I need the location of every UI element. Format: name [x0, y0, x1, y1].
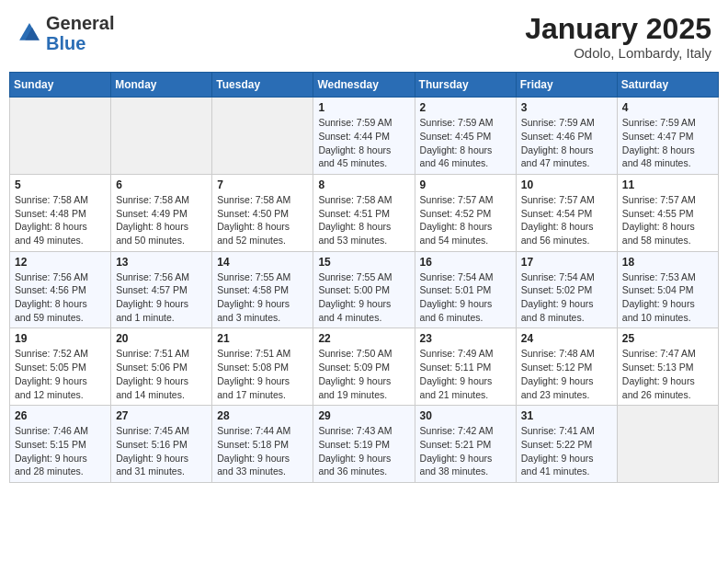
calendar-cell: 22Sunrise: 7:50 AMSunset: 5:09 PMDayligh… [313, 328, 415, 406]
day-number: 20 [116, 332, 207, 345]
calendar-cell: 11Sunrise: 7:57 AMSunset: 4:55 PMDayligh… [617, 174, 718, 251]
day-info: Sunrise: 7:53 AMSunset: 5:04 PMDaylight:… [622, 270, 713, 325]
weekday-header-friday: Friday [516, 73, 617, 98]
day-info: Sunrise: 7:58 AMSunset: 4:48 PMDaylight:… [15, 193, 106, 247]
calendar-cell: 14Sunrise: 7:55 AMSunset: 4:58 PMDayligh… [212, 251, 313, 328]
calendar-cell: 27Sunrise: 7:45 AMSunset: 5:16 PMDayligh… [111, 406, 212, 483]
day-info: Sunrise: 7:55 AMSunset: 4:58 PMDaylight:… [217, 270, 308, 325]
day-info: Sunrise: 7:47 AMSunset: 5:13 PMDaylight:… [622, 347, 713, 401]
calendar-week-row: 12Sunrise: 7:56 AMSunset: 4:56 PMDayligh… [10, 251, 719, 328]
day-number: 5 [15, 178, 106, 191]
day-number: 13 [116, 256, 207, 269]
calendar-cell: 29Sunrise: 7:43 AMSunset: 5:19 PMDayligh… [313, 406, 415, 483]
day-info: Sunrise: 7:51 AMSunset: 5:08 PMDaylight:… [217, 347, 308, 401]
day-info: Sunrise: 7:55 AMSunset: 5:00 PMDaylight:… [318, 270, 409, 325]
calendar-cell: 24Sunrise: 7:48 AMSunset: 5:12 PMDayligh… [516, 328, 617, 406]
calendar-cell: 9Sunrise: 7:57 AMSunset: 4:52 PMDaylight… [415, 174, 516, 251]
day-number: 9 [420, 178, 511, 191]
weekday-header-wednesday: Wednesday [313, 73, 415, 98]
weekday-header-saturday: Saturday [617, 73, 718, 98]
calendar-cell [111, 98, 212, 175]
calendar-cell: 6Sunrise: 7:58 AMSunset: 4:49 PMDaylight… [111, 174, 212, 251]
day-info: Sunrise: 7:46 AMSunset: 5:15 PMDaylight:… [15, 424, 106, 478]
page-header: General Blue January 2025 Odolo, Lombard… [9, 9, 719, 64]
calendar-cell: 12Sunrise: 7:56 AMSunset: 4:56 PMDayligh… [10, 251, 111, 328]
calendar-cell: 20Sunrise: 7:51 AMSunset: 5:06 PMDayligh… [111, 328, 212, 406]
day-number: 31 [521, 409, 612, 422]
logo-general-text: General [46, 13, 114, 33]
day-info: Sunrise: 7:49 AMSunset: 5:11 PMDaylight:… [420, 347, 511, 401]
day-info: Sunrise: 7:58 AMSunset: 4:49 PMDaylight:… [116, 193, 207, 247]
location: Odolo, Lombardy, Italy [525, 45, 711, 61]
calendar-week-row: 1Sunrise: 7:59 AMSunset: 4:44 PMDaylight… [10, 98, 719, 175]
calendar-cell: 25Sunrise: 7:47 AMSunset: 5:13 PMDayligh… [617, 328, 718, 406]
day-info: Sunrise: 7:56 AMSunset: 4:57 PMDaylight:… [116, 270, 207, 325]
day-number: 22 [318, 332, 409, 345]
calendar-week-row: 19Sunrise: 7:52 AMSunset: 5:05 PMDayligh… [10, 328, 719, 406]
calendar-cell: 16Sunrise: 7:54 AMSunset: 5:01 PMDayligh… [415, 251, 516, 328]
day-number: 15 [318, 256, 409, 269]
day-info: Sunrise: 7:52 AMSunset: 5:05 PMDaylight:… [15, 347, 106, 401]
calendar-cell: 17Sunrise: 7:54 AMSunset: 5:02 PMDayligh… [516, 251, 617, 328]
day-info: Sunrise: 7:54 AMSunset: 5:02 PMDaylight:… [521, 270, 612, 325]
day-number: 19 [15, 332, 106, 345]
day-number: 18 [622, 256, 713, 269]
day-info: Sunrise: 7:41 AMSunset: 5:22 PMDaylight:… [521, 424, 612, 478]
calendar-cell: 1Sunrise: 7:59 AMSunset: 4:44 PMDaylight… [313, 98, 415, 175]
day-info: Sunrise: 7:59 AMSunset: 4:45 PMDaylight:… [420, 116, 511, 170]
calendar-cell: 28Sunrise: 7:44 AMSunset: 5:18 PMDayligh… [212, 406, 313, 483]
day-number: 4 [622, 101, 713, 114]
calendar-cell [10, 98, 111, 175]
month-title: January 2025 [525, 13, 711, 45]
day-info: Sunrise: 7:59 AMSunset: 4:47 PMDaylight:… [622, 116, 713, 170]
day-info: Sunrise: 7:57 AMSunset: 4:55 PMDaylight:… [622, 193, 713, 247]
day-number: 12 [15, 256, 106, 269]
calendar-week-row: 5Sunrise: 7:58 AMSunset: 4:48 PMDaylight… [10, 174, 719, 251]
calendar-cell: 23Sunrise: 7:49 AMSunset: 5:11 PMDayligh… [415, 328, 516, 406]
day-number: 2 [420, 101, 511, 114]
weekday-header-tuesday: Tuesday [212, 73, 313, 98]
day-info: Sunrise: 7:59 AMSunset: 4:46 PMDaylight:… [521, 116, 612, 170]
day-info: Sunrise: 7:50 AMSunset: 5:09 PMDaylight:… [318, 347, 409, 401]
calendar-cell: 13Sunrise: 7:56 AMSunset: 4:57 PMDayligh… [111, 251, 212, 328]
calendar-cell: 30Sunrise: 7:42 AMSunset: 5:21 PMDayligh… [415, 406, 516, 483]
day-info: Sunrise: 7:57 AMSunset: 4:54 PMDaylight:… [521, 193, 612, 247]
calendar-cell: 21Sunrise: 7:51 AMSunset: 5:08 PMDayligh… [212, 328, 313, 406]
day-number: 16 [420, 256, 511, 269]
day-number: 1 [318, 101, 409, 114]
weekday-header-sunday: Sunday [10, 73, 111, 98]
calendar-cell: 5Sunrise: 7:58 AMSunset: 4:48 PMDaylight… [10, 174, 111, 251]
day-number: 23 [420, 332, 511, 345]
day-info: Sunrise: 7:57 AMSunset: 4:52 PMDaylight:… [420, 193, 511, 247]
day-info: Sunrise: 7:58 AMSunset: 4:51 PMDaylight:… [318, 193, 409, 247]
calendar-cell: 19Sunrise: 7:52 AMSunset: 5:05 PMDayligh… [10, 328, 111, 406]
calendar-cell: 31Sunrise: 7:41 AMSunset: 5:22 PMDayligh… [516, 406, 617, 483]
calendar-week-row: 26Sunrise: 7:46 AMSunset: 5:15 PMDayligh… [10, 406, 719, 483]
day-number: 28 [217, 409, 308, 422]
day-info: Sunrise: 7:59 AMSunset: 4:44 PMDaylight:… [318, 116, 409, 170]
calendar-cell: 26Sunrise: 7:46 AMSunset: 5:15 PMDayligh… [10, 406, 111, 483]
logo-icon [17, 20, 42, 46]
calendar-cell: 18Sunrise: 7:53 AMSunset: 5:04 PMDayligh… [617, 251, 718, 328]
day-number: 29 [318, 409, 409, 422]
calendar-cell: 3Sunrise: 7:59 AMSunset: 4:46 PMDaylight… [516, 98, 617, 175]
day-number: 11 [622, 178, 713, 191]
day-number: 14 [217, 256, 308, 269]
title-block: January 2025 Odolo, Lombardy, Italy [525, 13, 711, 61]
weekday-header-monday: Monday [111, 73, 212, 98]
day-number: 27 [116, 409, 207, 422]
day-number: 3 [521, 101, 612, 114]
day-number: 25 [622, 332, 713, 345]
day-number: 26 [15, 409, 106, 422]
day-info: Sunrise: 7:54 AMSunset: 5:01 PMDaylight:… [420, 270, 511, 325]
weekday-header-thursday: Thursday [415, 73, 516, 98]
day-info: Sunrise: 7:58 AMSunset: 4:50 PMDaylight:… [217, 193, 308, 247]
day-number: 10 [521, 178, 612, 191]
calendar-cell [617, 406, 718, 483]
day-info: Sunrise: 7:44 AMSunset: 5:18 PMDaylight:… [217, 424, 308, 478]
day-info: Sunrise: 7:42 AMSunset: 5:21 PMDaylight:… [420, 424, 511, 478]
calendar-cell: 15Sunrise: 7:55 AMSunset: 5:00 PMDayligh… [313, 251, 415, 328]
day-info: Sunrise: 7:43 AMSunset: 5:19 PMDaylight:… [318, 424, 409, 478]
calendar-cell [212, 98, 313, 175]
calendar-table: SundayMondayTuesdayWednesdayThursdayFrid… [9, 72, 719, 483]
